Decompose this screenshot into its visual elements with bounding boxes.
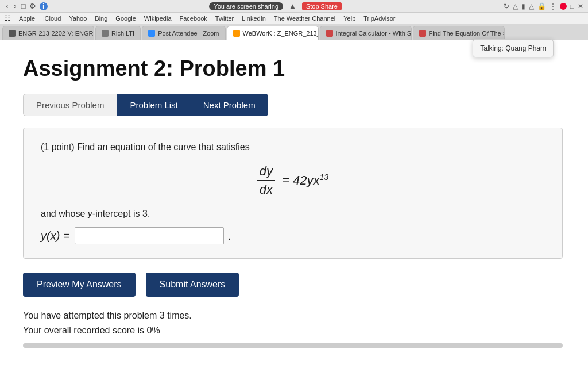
notification-popup: Talking: Quang Pham xyxy=(473,39,554,57)
submit-answers-button[interactable]: Submit Answers xyxy=(146,273,239,297)
problem-list-button[interactable]: Problem List xyxy=(117,94,190,116)
fraction-denominator: dx xyxy=(257,181,275,197)
bookmark-twitter[interactable]: Twitter xyxy=(215,15,234,22)
gear-icon[interactable]: ⚙ xyxy=(29,2,36,10)
bookmark-facebook[interactable]: Facebook xyxy=(180,15,207,22)
tab-richlti[interactable]: Rich LTI xyxy=(95,26,141,40)
y-intercept-text: and whose y-intercept is 3. xyxy=(41,209,545,219)
mac-bar-right: ↻ △ ▮ △ 🔒 ⋮ □ ✕ xyxy=(504,2,583,10)
bookmark-bar: ☷ Apple iCloud Yahoo Bing Google Wikiped… xyxy=(0,13,588,24)
bookmark-icloud[interactable]: iCloud xyxy=(43,15,61,22)
stop-share-button[interactable]: Stop Share xyxy=(302,2,342,10)
bookmark-apps-icon[interactable]: ☷ xyxy=(5,14,11,22)
mac-bar-left: ‹ › □ ⚙ i xyxy=(5,2,48,10)
notification-text: Talking: Quang Pham xyxy=(480,44,546,52)
bookmark-apple[interactable]: Apple xyxy=(19,15,35,22)
battery-icon: ▮ xyxy=(521,2,525,10)
tab-zoom[interactable]: Post Attendee - Zoom xyxy=(142,26,225,40)
period: . xyxy=(229,229,232,243)
bookmark-yelp[interactable]: Yelp xyxy=(343,15,355,22)
tab-favicon-zoom xyxy=(148,30,155,37)
tab-engr213[interactable]: ENGR-213-2202-V: ENGR213... xyxy=(2,26,94,40)
mac-bar-center: You are screen sharing ▲ Stop Share xyxy=(48,2,504,10)
tab-label-richlti: Rich LTI xyxy=(111,30,134,37)
answer-line: y(x) = . xyxy=(41,227,545,244)
bookmark-bing[interactable]: Bing xyxy=(95,15,107,22)
fraction-numerator: dy xyxy=(257,164,275,181)
bookmark-yahoo[interactable]: Yahoo xyxy=(69,15,87,22)
tab-favicon-findeq xyxy=(419,30,426,37)
tab-label-integral: Integral Calculator • With Steps! xyxy=(336,30,412,37)
close-icon[interactable]: ✕ xyxy=(578,2,583,10)
tab-favicon-engr xyxy=(9,30,16,37)
reload-icon[interactable]: ↻ xyxy=(504,2,509,10)
tab-label-engr213: ENGR-213-2202-V: ENGR213... xyxy=(18,30,94,37)
yx-label: y(x) = xyxy=(41,229,70,243)
screen-share-camera-icon: ▲ xyxy=(289,2,296,10)
next-problem-button[interactable]: Next Problem xyxy=(191,94,268,116)
main-content: Assignment 2: Problem 1 Previous Problem… xyxy=(0,40,586,359)
bookmark-tripadvisor[interactable]: TripAdvisor xyxy=(363,15,395,22)
previous-problem-button[interactable]: Previous Problem xyxy=(23,94,117,116)
apps-grid-icon[interactable]: ⋮ xyxy=(550,2,556,10)
bookmark-linkedin[interactable]: LinkedIn xyxy=(242,15,266,22)
answer-input[interactable] xyxy=(75,227,224,244)
wifi-icon: △ xyxy=(513,2,518,10)
math-equation: dy dx = 42yx13 xyxy=(41,164,545,197)
expand-icon[interactable]: □ xyxy=(570,2,574,10)
page-title: Assignment 2: Problem 1 xyxy=(23,56,563,81)
notification-icon[interactable]: △ xyxy=(529,2,534,10)
tab-favicon-webwork xyxy=(233,30,240,37)
problem-nav-buttons: Previous Problem Problem List Next Probl… xyxy=(23,94,563,116)
tab-label-findeq: Find The Equation Of The Solu... xyxy=(429,30,505,37)
bookmark-google[interactable]: Google xyxy=(115,15,136,22)
problem-description: (1 point) Find an equation of the curve … xyxy=(41,142,545,152)
scroll-hint xyxy=(23,343,563,348)
bookmark-weather[interactable]: The Weather Channel xyxy=(274,15,335,22)
problem-box: (1 point) Find an equation of the curve … xyxy=(23,128,563,259)
tab-label-zoom: Post Attendee - Zoom xyxy=(158,30,219,37)
tab-label-webwork: WeBWorK : Z_ENGR_213_Fall_... xyxy=(243,30,319,37)
back-button[interactable]: ‹ xyxy=(5,2,9,10)
lock-icon[interactable]: 🔒 xyxy=(537,2,546,10)
preview-answers-button[interactable]: Preview My Answers xyxy=(23,273,136,297)
equals-rhs-text: = 42yx xyxy=(282,174,319,188)
square-icon: □ xyxy=(21,2,26,10)
tab-webwork[interactable]: WeBWorK : Z_ENGR_213_Fall_... xyxy=(227,26,319,40)
action-buttons: Preview My Answers Submit Answers xyxy=(23,273,563,297)
tab-bar: ENGR-213-2202-V: ENGR213... Rich LTI Pos… xyxy=(0,24,588,40)
fraction-dy-dx: dy dx xyxy=(257,164,275,197)
equation-rhs: = 42yx13 xyxy=(282,172,328,188)
tab-integral[interactable]: Integral Calculator • With Steps! xyxy=(320,26,412,40)
attempt-count-text: You have attempted this problem 3 times. xyxy=(23,308,563,323)
attempt-info: You have attempted this problem 3 times.… xyxy=(23,308,563,338)
forward-button[interactable]: › xyxy=(13,2,17,10)
exponent: 13 xyxy=(320,172,329,182)
tab-favicon-integral xyxy=(326,30,333,37)
circle-icon xyxy=(560,3,567,10)
tab-find-eq[interactable]: Find The Equation Of The Solu... xyxy=(413,26,505,40)
screen-share-indicator: You are screen sharing xyxy=(209,2,283,10)
info-icon: i xyxy=(40,2,48,10)
score-text: Your overall recorded score is 0% xyxy=(23,323,563,338)
bookmark-wikipedia[interactable]: Wikipedia xyxy=(144,15,172,22)
tab-favicon-rich xyxy=(102,30,109,37)
mac-os-bar: ‹ › □ ⚙ i You are screen sharing ▲ Stop … xyxy=(0,0,588,13)
